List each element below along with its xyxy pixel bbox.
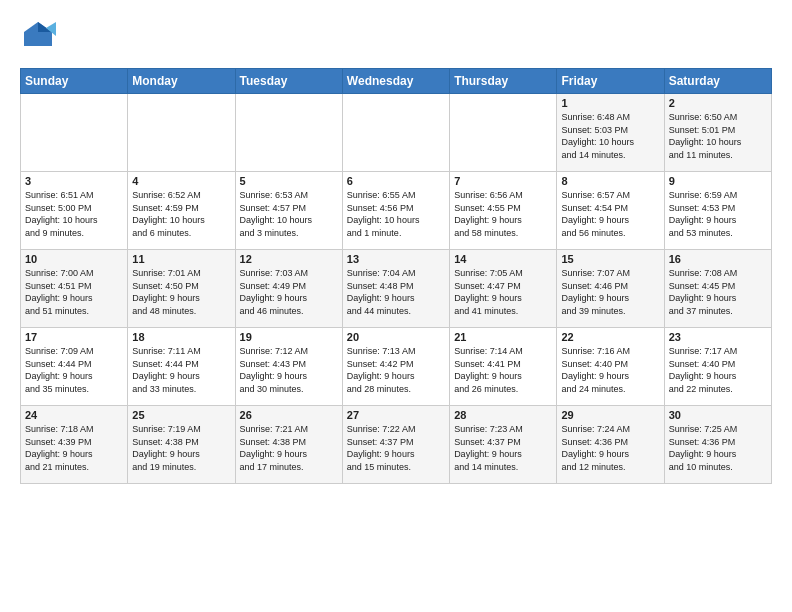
- day-number: 20: [347, 331, 445, 343]
- week-row-1: 1Sunrise: 6:48 AM Sunset: 5:03 PM Daylig…: [21, 94, 772, 172]
- col-header-monday: Monday: [128, 69, 235, 94]
- day-info: Sunrise: 7:19 AM Sunset: 4:38 PM Dayligh…: [132, 423, 230, 473]
- col-header-sunday: Sunday: [21, 69, 128, 94]
- day-number: 26: [240, 409, 338, 421]
- day-cell: [450, 94, 557, 172]
- page: SundayMondayTuesdayWednesdayThursdayFrid…: [0, 0, 792, 494]
- day-info: Sunrise: 7:08 AM Sunset: 4:45 PM Dayligh…: [669, 267, 767, 317]
- day-info: Sunrise: 7:09 AM Sunset: 4:44 PM Dayligh…: [25, 345, 123, 395]
- day-cell: 20Sunrise: 7:13 AM Sunset: 4:42 PM Dayli…: [342, 328, 449, 406]
- day-info: Sunrise: 7:03 AM Sunset: 4:49 PM Dayligh…: [240, 267, 338, 317]
- day-number: 11: [132, 253, 230, 265]
- day-cell: 12Sunrise: 7:03 AM Sunset: 4:49 PM Dayli…: [235, 250, 342, 328]
- day-info: Sunrise: 7:00 AM Sunset: 4:51 PM Dayligh…: [25, 267, 123, 317]
- week-row-4: 17Sunrise: 7:09 AM Sunset: 4:44 PM Dayli…: [21, 328, 772, 406]
- day-cell: 23Sunrise: 7:17 AM Sunset: 4:40 PM Dayli…: [664, 328, 771, 406]
- day-number: 3: [25, 175, 123, 187]
- day-info: Sunrise: 7:05 AM Sunset: 4:47 PM Dayligh…: [454, 267, 552, 317]
- day-cell: [128, 94, 235, 172]
- day-cell: 25Sunrise: 7:19 AM Sunset: 4:38 PM Dayli…: [128, 406, 235, 484]
- day-number: 28: [454, 409, 552, 421]
- day-cell: 26Sunrise: 7:21 AM Sunset: 4:38 PM Dayli…: [235, 406, 342, 484]
- day-cell: 15Sunrise: 7:07 AM Sunset: 4:46 PM Dayli…: [557, 250, 664, 328]
- day-number: 7: [454, 175, 552, 187]
- day-number: 19: [240, 331, 338, 343]
- day-number: 9: [669, 175, 767, 187]
- day-info: Sunrise: 6:56 AM Sunset: 4:55 PM Dayligh…: [454, 189, 552, 239]
- col-header-friday: Friday: [557, 69, 664, 94]
- logo: [20, 18, 60, 54]
- day-info: Sunrise: 7:18 AM Sunset: 4:39 PM Dayligh…: [25, 423, 123, 473]
- header-row: SundayMondayTuesdayWednesdayThursdayFrid…: [21, 69, 772, 94]
- week-row-5: 24Sunrise: 7:18 AM Sunset: 4:39 PM Dayli…: [21, 406, 772, 484]
- day-number: 30: [669, 409, 767, 421]
- day-cell: 16Sunrise: 7:08 AM Sunset: 4:45 PM Dayli…: [664, 250, 771, 328]
- day-info: Sunrise: 6:57 AM Sunset: 4:54 PM Dayligh…: [561, 189, 659, 239]
- day-cell: 4Sunrise: 6:52 AM Sunset: 4:59 PM Daylig…: [128, 172, 235, 250]
- day-cell: 10Sunrise: 7:00 AM Sunset: 4:51 PM Dayli…: [21, 250, 128, 328]
- week-row-3: 10Sunrise: 7:00 AM Sunset: 4:51 PM Dayli…: [21, 250, 772, 328]
- day-info: Sunrise: 7:01 AM Sunset: 4:50 PM Dayligh…: [132, 267, 230, 317]
- day-info: Sunrise: 7:07 AM Sunset: 4:46 PM Dayligh…: [561, 267, 659, 317]
- day-cell: 8Sunrise: 6:57 AM Sunset: 4:54 PM Daylig…: [557, 172, 664, 250]
- day-number: 4: [132, 175, 230, 187]
- day-number: 29: [561, 409, 659, 421]
- day-info: Sunrise: 7:12 AM Sunset: 4:43 PM Dayligh…: [240, 345, 338, 395]
- day-info: Sunrise: 7:24 AM Sunset: 4:36 PM Dayligh…: [561, 423, 659, 473]
- day-info: Sunrise: 7:13 AM Sunset: 4:42 PM Dayligh…: [347, 345, 445, 395]
- day-number: 15: [561, 253, 659, 265]
- day-info: Sunrise: 7:17 AM Sunset: 4:40 PM Dayligh…: [669, 345, 767, 395]
- day-cell: 11Sunrise: 7:01 AM Sunset: 4:50 PM Dayli…: [128, 250, 235, 328]
- day-info: Sunrise: 6:52 AM Sunset: 4:59 PM Dayligh…: [132, 189, 230, 239]
- col-header-wednesday: Wednesday: [342, 69, 449, 94]
- day-number: 24: [25, 409, 123, 421]
- col-header-saturday: Saturday: [664, 69, 771, 94]
- day-number: 16: [669, 253, 767, 265]
- day-cell: 30Sunrise: 7:25 AM Sunset: 4:36 PM Dayli…: [664, 406, 771, 484]
- day-number: 23: [669, 331, 767, 343]
- day-number: 14: [454, 253, 552, 265]
- day-info: Sunrise: 7:22 AM Sunset: 4:37 PM Dayligh…: [347, 423, 445, 473]
- day-info: Sunrise: 7:16 AM Sunset: 4:40 PM Dayligh…: [561, 345, 659, 395]
- day-number: 5: [240, 175, 338, 187]
- day-info: Sunrise: 7:23 AM Sunset: 4:37 PM Dayligh…: [454, 423, 552, 473]
- day-number: 22: [561, 331, 659, 343]
- day-info: Sunrise: 7:21 AM Sunset: 4:38 PM Dayligh…: [240, 423, 338, 473]
- day-number: 10: [25, 253, 123, 265]
- day-number: 25: [132, 409, 230, 421]
- day-info: Sunrise: 7:04 AM Sunset: 4:48 PM Dayligh…: [347, 267, 445, 317]
- day-cell: 24Sunrise: 7:18 AM Sunset: 4:39 PM Dayli…: [21, 406, 128, 484]
- day-info: Sunrise: 7:14 AM Sunset: 4:41 PM Dayligh…: [454, 345, 552, 395]
- day-cell: 3Sunrise: 6:51 AM Sunset: 5:00 PM Daylig…: [21, 172, 128, 250]
- day-cell: 13Sunrise: 7:04 AM Sunset: 4:48 PM Dayli…: [342, 250, 449, 328]
- day-cell: 19Sunrise: 7:12 AM Sunset: 4:43 PM Dayli…: [235, 328, 342, 406]
- day-cell: 21Sunrise: 7:14 AM Sunset: 4:41 PM Dayli…: [450, 328, 557, 406]
- calendar-table: SundayMondayTuesdayWednesdayThursdayFrid…: [20, 68, 772, 484]
- day-cell: 14Sunrise: 7:05 AM Sunset: 4:47 PM Dayli…: [450, 250, 557, 328]
- day-number: 1: [561, 97, 659, 109]
- day-cell: 22Sunrise: 7:16 AM Sunset: 4:40 PM Dayli…: [557, 328, 664, 406]
- day-cell: 5Sunrise: 6:53 AM Sunset: 4:57 PM Daylig…: [235, 172, 342, 250]
- week-row-2: 3Sunrise: 6:51 AM Sunset: 5:00 PM Daylig…: [21, 172, 772, 250]
- day-number: 12: [240, 253, 338, 265]
- day-cell: 27Sunrise: 7:22 AM Sunset: 4:37 PM Dayli…: [342, 406, 449, 484]
- day-info: Sunrise: 6:50 AM Sunset: 5:01 PM Dayligh…: [669, 111, 767, 161]
- day-cell: 2Sunrise: 6:50 AM Sunset: 5:01 PM Daylig…: [664, 94, 771, 172]
- day-info: Sunrise: 7:25 AM Sunset: 4:36 PM Dayligh…: [669, 423, 767, 473]
- day-cell: 9Sunrise: 6:59 AM Sunset: 4:53 PM Daylig…: [664, 172, 771, 250]
- logo-icon: [20, 18, 56, 54]
- day-info: Sunrise: 6:59 AM Sunset: 4:53 PM Dayligh…: [669, 189, 767, 239]
- day-number: 6: [347, 175, 445, 187]
- day-cell: [21, 94, 128, 172]
- day-number: 8: [561, 175, 659, 187]
- day-number: 18: [132, 331, 230, 343]
- day-number: 27: [347, 409, 445, 421]
- day-number: 17: [25, 331, 123, 343]
- day-info: Sunrise: 6:48 AM Sunset: 5:03 PM Dayligh…: [561, 111, 659, 161]
- day-number: 13: [347, 253, 445, 265]
- day-info: Sunrise: 6:53 AM Sunset: 4:57 PM Dayligh…: [240, 189, 338, 239]
- day-cell: 7Sunrise: 6:56 AM Sunset: 4:55 PM Daylig…: [450, 172, 557, 250]
- col-header-thursday: Thursday: [450, 69, 557, 94]
- col-header-tuesday: Tuesday: [235, 69, 342, 94]
- day-info: Sunrise: 6:55 AM Sunset: 4:56 PM Dayligh…: [347, 189, 445, 239]
